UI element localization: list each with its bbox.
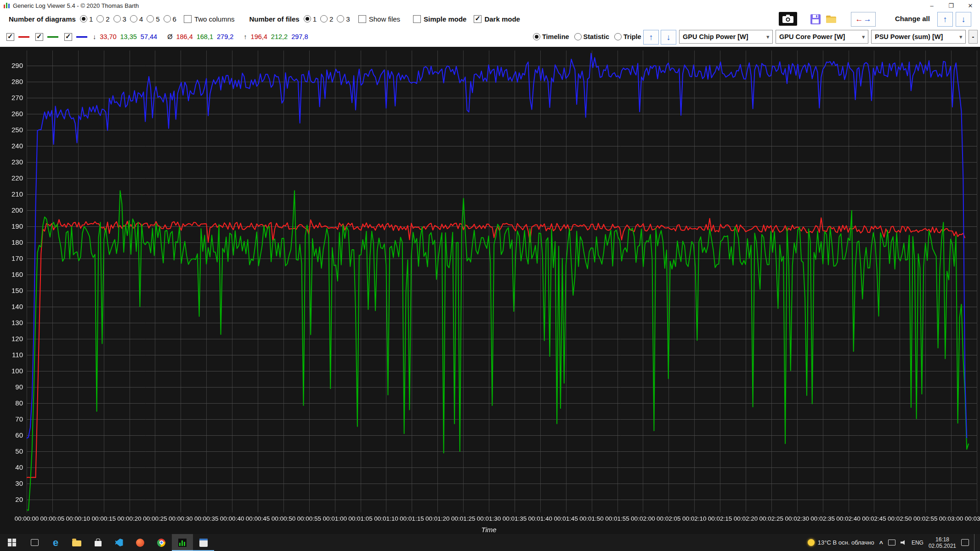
floppy-disk-icon [810, 14, 821, 25]
stat-value: 196,4 [251, 33, 267, 40]
change-all-up-button[interactable]: ↑ [937, 12, 953, 27]
load-button[interactable] [825, 13, 837, 25]
y-tick-label: 160 [3, 270, 23, 278]
vscode-icon [115, 539, 123, 546]
stat-value: 13,35 [120, 33, 137, 40]
collapse-button[interactable]: - [969, 30, 978, 44]
checkbox-box [413, 15, 421, 23]
save-button[interactable] [810, 13, 821, 25]
file-explorer-button[interactable] [66, 534, 87, 551]
close-button[interactable]: ✕ [961, 0, 980, 11]
down-arrow-icon: ↓ [667, 33, 671, 42]
view-mode-radio-group: TimelineStatisticTriple [533, 27, 641, 47]
diagram-count-1[interactable]: 1 [80, 15, 93, 23]
tray-expand-button[interactable]: ^ [879, 540, 883, 547]
selected-channel-label: GPU Chip Power [W] [683, 33, 748, 40]
diagram-count-4[interactable]: 4 [130, 15, 143, 23]
file-count-1[interactable]: 1 [304, 15, 317, 23]
dark-mode-checkbox[interactable]: Dark mode [474, 15, 520, 23]
stat-value: 279,2 [217, 33, 233, 40]
view-mode-statistic[interactable]: Statistic [574, 33, 609, 40]
y-tick-label: 130 [3, 319, 23, 326]
radio-circle [147, 15, 154, 22]
y-tick-label: 90 [3, 383, 23, 391]
channel-select-3[interactable]: PSU Power (sum) [W]▾ [871, 30, 966, 44]
channel-select-1[interactable]: GPU Chip Power [W]▾ [679, 30, 773, 44]
edge-icon: e [53, 538, 58, 547]
y-tick-label: 260 [3, 110, 23, 118]
app-icon [4, 3, 10, 8]
channel-visibility-checkbox-3[interactable] [64, 33, 87, 41]
taskbar: e 13°C В осн. облачно ^ ENG 16:18 02.05.… [0, 534, 980, 551]
number-of-diagrams-label: Number of diagrams [9, 15, 76, 23]
stat-value: 33,70 [100, 33, 116, 40]
radio-circle [113, 15, 121, 22]
channel-visibility-checkbox-1[interactable] [6, 33, 29, 41]
channel-visibility-checkbox-2[interactable] [35, 33, 58, 41]
view-mode-timeline[interactable]: Timeline [533, 33, 569, 40]
view-mode-triple[interactable]: Triple [614, 33, 641, 40]
max-icon: ↑ [244, 33, 247, 40]
notification-center-icon[interactable] [961, 539, 969, 546]
radio-circle [80, 15, 87, 22]
task-view-button[interactable] [24, 534, 45, 551]
channel-color-swatch [47, 36, 58, 38]
file-count-2[interactable]: 2 [320, 15, 333, 23]
change-all-down-button[interactable]: ↓ [956, 12, 971, 27]
simple-mode-checkbox[interactable]: Simple mode [413, 15, 466, 23]
show-files-checkbox[interactable]: Show files [358, 15, 400, 23]
y-tick-label: 50 [3, 447, 23, 455]
diagram-count-5[interactable]: 5 [147, 15, 159, 23]
diagram-count-3[interactable]: 3 [113, 15, 126, 23]
log-viewer-icon [178, 539, 187, 547]
camera-icon [782, 15, 793, 23]
language-indicator[interactable]: ENG [912, 540, 923, 546]
file-count-3[interactable]: 3 [337, 15, 350, 23]
screenshot-button[interactable] [779, 12, 797, 26]
channel-up-button[interactable]: ↑ [643, 30, 659, 45]
toolbar-main: Number of diagrams 123456 Two columns Nu… [0, 11, 980, 27]
channel-legend [6, 33, 87, 41]
chevron-down-icon: ▾ [857, 34, 865, 40]
open-app-taskbar-button[interactable] [193, 534, 214, 551]
weather-text: 13°C В осн. облачно [818, 539, 874, 546]
network-icon[interactable] [888, 540, 895, 545]
radio-circle [130, 15, 137, 22]
store-button[interactable] [87, 534, 108, 551]
system-tray: 13°C В осн. облачно ^ ENG 16:18 02.05.20… [808, 534, 980, 551]
up-arrow-icon: ↑ [649, 33, 653, 42]
channel-color-swatch [18, 36, 29, 38]
radio-label: 1 [89, 15, 93, 23]
radio-label: 5 [156, 15, 159, 23]
chrome-button[interactable] [151, 534, 172, 551]
dark-mode-label: Dark mode [484, 15, 520, 23]
radio-circle [574, 33, 582, 40]
edge-button[interactable]: e [45, 534, 66, 551]
clock[interactable]: 16:18 02.05.2021 [929, 536, 956, 549]
mean-icon: Ø [167, 33, 172, 40]
show-desktop-button[interactable] [974, 534, 977, 551]
maximize-button[interactable]: ❐ [941, 0, 961, 11]
log-viewer-taskbar-button[interactable] [172, 534, 193, 551]
channel-down-button[interactable]: ↓ [661, 30, 676, 45]
start-button[interactable] [0, 534, 24, 551]
min-icon: ↓ [93, 33, 96, 40]
selected-channel-label: GPU Core Power [W] [779, 33, 845, 40]
y-tick-label: 190 [3, 222, 23, 230]
diagram-count-2[interactable]: 2 [96, 15, 109, 23]
speaker-icon[interactable] [901, 540, 906, 545]
y-tick-label: 290 [3, 62, 23, 69]
diagram-count-6[interactable]: 6 [164, 15, 176, 23]
checkbox-box [358, 15, 366, 23]
vscode-button[interactable] [108, 534, 130, 551]
channel-select-2[interactable]: GPU Core Power [W]▾ [776, 30, 868, 44]
y-tick-label: 120 [3, 335, 23, 343]
radio-circle [614, 33, 622, 40]
minimize-button[interactable]: – [922, 0, 941, 11]
two-columns-checkbox[interactable]: Two columns [184, 15, 235, 23]
windows-logo-icon [8, 539, 16, 547]
media-app-button[interactable] [130, 534, 151, 551]
weather-widget[interactable]: 13°C В осн. облачно [808, 539, 874, 546]
swap-channels-button[interactable]: ←→ [851, 12, 876, 27]
radio-label: 1 [313, 15, 317, 23]
